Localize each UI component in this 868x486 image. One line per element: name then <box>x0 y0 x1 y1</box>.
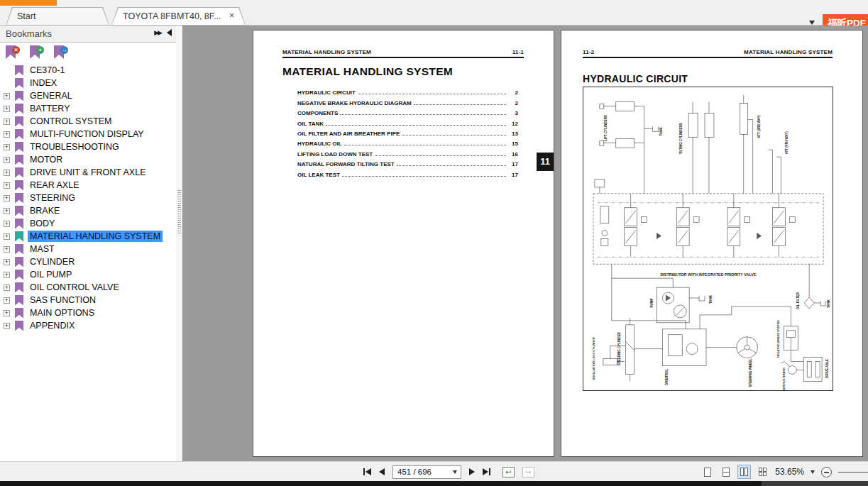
expand-icon[interactable]: + <box>4 131 10 138</box>
bookmark-item[interactable]: +BATTERY <box>0 102 176 115</box>
bookmark-item[interactable]: +OIL PUMP <box>0 268 176 281</box>
label-tilting-cylinders: TILTING CYLINDERS <box>679 123 683 154</box>
expand-icon[interactable]: + <box>4 106 10 112</box>
toc-entry-page-number: 15 <box>508 140 518 147</box>
bookmark-item[interactable]: +CONTROL SYSTEM <box>0 115 176 128</box>
next-page-button[interactable] <box>469 468 475 475</box>
continuous-facing-view-button[interactable] <box>757 465 769 478</box>
bookmark-item[interactable]: +MATERIAL HANDLING SYSTEM <box>0 230 176 243</box>
expand-icon[interactable]: + <box>4 233 10 240</box>
expand-icon[interactable]: + <box>4 297 10 304</box>
splitter-grip[interactable] <box>177 190 181 234</box>
toc-entry-page-number: 16 <box>508 151 518 158</box>
tab-document-label: TOYOTA 8FBMT40, 8F... <box>111 7 246 26</box>
bookmarks-toolbar: ✕ + → <box>0 43 176 62</box>
bookmark-item[interactable]: +CYLINDER <box>0 255 176 268</box>
toc-entry-page-number: 2 <box>508 89 518 96</box>
toc-entry-label: NATURAL FORWARD TILTING TEST <box>297 161 395 167</box>
bookmark-flag-icon <box>15 206 23 216</box>
toc-entry-page-number: 3 <box>508 110 518 116</box>
add-bookmark-button[interactable]: + <box>30 45 42 60</box>
bookmark-item-label: MULTI-FUNCTION DISPLAY <box>28 128 146 140</box>
bookmark-item[interactable]: +MULTI-FUNCTION DISPLAY <box>0 128 176 140</box>
close-tab-icon[interactable]: × <box>226 11 237 21</box>
bookmark-item-label: MAIN OPTIONS <box>28 307 97 319</box>
next-view-button: ↪ <box>522 467 534 477</box>
tab-document[interactable]: TOYOTA 8FBMT40, 8F... × <box>111 7 246 26</box>
page-dropdown-icon[interactable] <box>453 470 457 474</box>
page-number-value[interactable]: 451 / 696 <box>393 468 453 476</box>
expand-icon[interactable]: + <box>4 323 10 329</box>
bookmark-item[interactable]: +STEERING <box>0 192 176 204</box>
expand-icon[interactable]: + <box>4 259 10 265</box>
expand-icon[interactable]: + <box>4 182 10 189</box>
bookmark-item[interactable]: +DRIVE UNIT & FRONT AXLE <box>0 166 176 179</box>
chapter-tab-marker: 11 <box>537 153 554 171</box>
bookmark-item[interactable]: CE370-1 <box>0 64 176 77</box>
continuous-view-button[interactable] <box>720 465 732 478</box>
bookmark-item[interactable]: +BODY <box>0 217 176 230</box>
last-page-button[interactable] <box>483 468 490 475</box>
expand-icon[interactable]: + <box>4 272 10 278</box>
label-steering-wheel: STEERING WHEEL <box>749 358 752 387</box>
bookmark-item[interactable]: +APPENDIX <box>0 319 176 332</box>
label-tank-1: TANK <box>659 127 663 136</box>
single-page-view-button[interactable] <box>701 465 713 478</box>
document-view[interactable]: MATERIAL HANDLING SYSTEM 11-1 MATERIAL H… <box>183 26 868 461</box>
bookmark-flag-icon <box>15 167 23 178</box>
expand-icon[interactable]: + <box>4 118 10 125</box>
hide-panel-icon[interactable] <box>167 29 172 36</box>
first-page-button[interactable] <box>363 468 371 475</box>
section-title: HYDRAULIC CIRCUIT <box>583 73 688 84</box>
expand-icon[interactable]: + <box>4 195 10 201</box>
expand-icon[interactable]: + <box>4 208 10 214</box>
bookmark-item[interactable]: +SAS FUNCTION <box>0 294 176 306</box>
page-number-input[interactable]: 451 / 696 <box>392 465 461 479</box>
running-header: 11-2 MATERIAL HANDLING SYSTEM <box>583 49 833 58</box>
bookmark-item[interactable]: +OIL CONTROL VALVE <box>0 281 176 294</box>
taskbar-edge <box>0 481 868 486</box>
toolbar-dropdown-icon[interactable] <box>809 21 815 25</box>
bookmark-item[interactable]: +MAST <box>0 243 176 255</box>
label-pump: PUMP <box>650 299 654 308</box>
previous-view-button[interactable]: ↩ <box>502 467 515 477</box>
bookmark-item[interactable]: +GENERAL <box>0 89 176 102</box>
bookmark-item[interactable]: +MAIN OPTIONS <box>0 306 176 319</box>
expand-icon[interactable]: + <box>4 221 10 227</box>
expand-icon[interactable]: + <box>4 157 10 163</box>
expand-icon[interactable]: + <box>4 310 10 316</box>
bottom-toolbar: 451 / 696 ↩ ↪ 53.65% <box>0 461 868 481</box>
running-header: MATERIAL HANDLING SYSTEM 11-1 <box>282 49 524 58</box>
expand-icon[interactable]: + <box>4 285 10 291</box>
bookmark-item-label: INDEX <box>28 77 59 89</box>
toc-leader-dots <box>358 94 506 94</box>
bookmark-item[interactable]: +TROUBLESHOOTING <box>0 140 176 153</box>
zoom-level-value[interactable]: 53.65% <box>775 467 804 477</box>
expand-icon[interactable]: + <box>4 93 10 99</box>
zoom-out-button[interactable] <box>821 467 832 477</box>
toc-entry-label: HYDRAULIC CIRCUIT <box>297 89 356 96</box>
bookmark-item[interactable]: +MOTOR <box>0 153 176 166</box>
toc-entry-label: OIL FILTER AND AIR BREATHER PIPE <box>297 131 400 137</box>
bookmark-item[interactable]: INDEX <box>0 77 176 89</box>
expand-icon[interactable]: + <box>4 144 10 150</box>
bookmark-flag-icon <box>15 257 23 267</box>
bookmark-flag-icon <box>15 104 23 114</box>
expand-icon[interactable]: + <box>4 246 10 253</box>
title-strip <box>0 0 868 7</box>
expand-icon[interactable]: + <box>4 170 10 176</box>
tab-start[interactable]: Start <box>6 7 109 26</box>
bookmark-item[interactable]: +REAR AXLE <box>0 179 176 192</box>
delete-bookmark-button[interactable]: ✕ <box>6 45 18 60</box>
toc-row: HYDRAULIC CIRCUIT2 <box>297 86 518 96</box>
goto-bookmark-button[interactable]: → <box>54 45 66 60</box>
previous-page-button[interactable] <box>379 468 385 475</box>
panel-splitter[interactable] <box>176 26 183 461</box>
label-distributor: DISTRIBUTOR WITH INTEGRATED PRIORITY VAL… <box>660 272 757 277</box>
zoom-dropdown-icon[interactable] <box>811 470 815 474</box>
bookmark-item[interactable]: +BRAKE <box>0 204 176 217</box>
toc-row: OIL LEAK TEST17 <box>297 167 518 177</box>
facing-view-button[interactable] <box>738 465 750 478</box>
collapse-all-icon[interactable]: ▶▶ <box>154 29 161 36</box>
zoom-slider[interactable] <box>838 467 868 477</box>
